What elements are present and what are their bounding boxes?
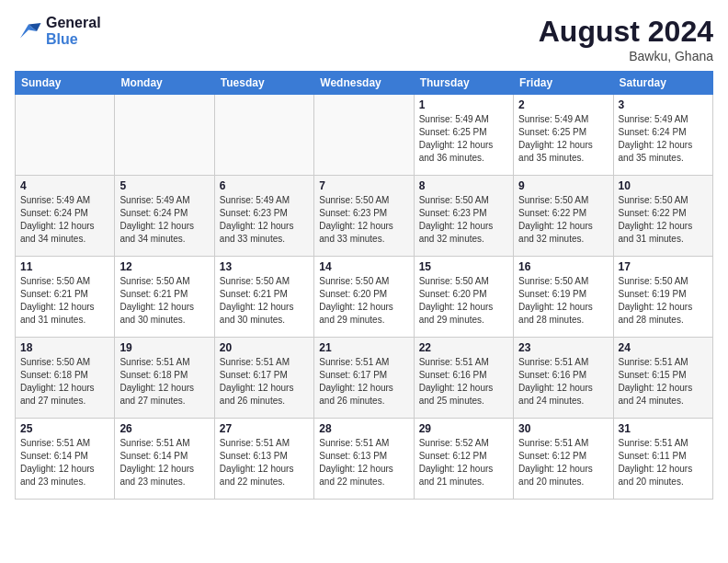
day-number: 11 bbox=[20, 260, 109, 273]
calendar-day-cell: 24Sunrise: 5:51 AM Sunset: 6:15 PM Dayli… bbox=[613, 338, 712, 419]
calendar-day-header: Saturday bbox=[613, 72, 712, 95]
day-info: Sunrise: 5:51 AM Sunset: 6:16 PM Dayligh… bbox=[518, 356, 608, 408]
day-number: 1 bbox=[419, 98, 508, 111]
calendar-day-cell: 23Sunrise: 5:51 AM Sunset: 6:16 PM Dayli… bbox=[514, 338, 613, 419]
calendar-day-cell: 26Sunrise: 5:51 AM Sunset: 6:14 PM Dayli… bbox=[115, 419, 214, 500]
day-number: 29 bbox=[419, 422, 508, 435]
day-info: Sunrise: 5:51 AM Sunset: 6:12 PM Dayligh… bbox=[518, 437, 608, 488]
day-number: 4 bbox=[20, 179, 109, 192]
calendar-day-cell: 6Sunrise: 5:49 AM Sunset: 6:23 PM Daylig… bbox=[214, 176, 313, 257]
calendar-table: SundayMondayTuesdayWednesdayThursdayFrid… bbox=[15, 71, 713, 500]
calendar-day-cell: 5Sunrise: 5:49 AM Sunset: 6:24 PM Daylig… bbox=[115, 176, 214, 257]
calendar-day-header: Sunday bbox=[16, 72, 115, 95]
page-header: General Blue August 2024 Bawku, Ghana bbox=[15, 15, 713, 63]
title-block: August 2024 Bawku, Ghana bbox=[539, 15, 713, 63]
calendar-day-cell: 4Sunrise: 5:49 AM Sunset: 6:24 PM Daylig… bbox=[16, 176, 115, 257]
day-number: 21 bbox=[319, 341, 408, 354]
calendar-week-row: 4Sunrise: 5:49 AM Sunset: 6:24 PM Daylig… bbox=[16, 176, 713, 257]
calendar-day-cell: 1Sunrise: 5:49 AM Sunset: 6:25 PM Daylig… bbox=[414, 95, 513, 176]
day-number: 14 bbox=[319, 260, 408, 273]
calendar-day-cell: 8Sunrise: 5:50 AM Sunset: 6:23 PM Daylig… bbox=[414, 176, 513, 257]
calendar-day-cell: 19Sunrise: 5:51 AM Sunset: 6:18 PM Dayli… bbox=[115, 338, 214, 419]
day-info: Sunrise: 5:51 AM Sunset: 6:13 PM Dayligh… bbox=[220, 437, 309, 488]
day-info: Sunrise: 5:49 AM Sunset: 6:24 PM Dayligh… bbox=[119, 194, 209, 246]
logo: General Blue bbox=[15, 15, 101, 48]
calendar-day-cell: 9Sunrise: 5:50 AM Sunset: 6:22 PM Daylig… bbox=[514, 176, 613, 257]
day-info: Sunrise: 5:50 AM Sunset: 6:19 PM Dayligh… bbox=[619, 275, 708, 327]
calendar-day-cell: 11Sunrise: 5:50 AM Sunset: 6:21 PM Dayli… bbox=[16, 257, 115, 338]
day-info: Sunrise: 5:49 AM Sunset: 6:24 PM Dayligh… bbox=[20, 194, 109, 246]
day-number: 20 bbox=[220, 341, 309, 354]
day-info: Sunrise: 5:50 AM Sunset: 6:21 PM Dayligh… bbox=[20, 275, 109, 327]
day-number: 8 bbox=[419, 179, 508, 192]
day-info: Sunrise: 5:50 AM Sunset: 6:19 PM Dayligh… bbox=[518, 275, 608, 327]
logo-icon bbox=[15, 17, 42, 45]
day-number: 9 bbox=[518, 179, 608, 192]
day-info: Sunrise: 5:49 AM Sunset: 6:25 PM Dayligh… bbox=[419, 113, 508, 165]
day-info: Sunrise: 5:50 AM Sunset: 6:21 PM Dayligh… bbox=[220, 275, 309, 327]
day-info: Sunrise: 5:50 AM Sunset: 6:20 PM Dayligh… bbox=[319, 275, 408, 327]
day-info: Sunrise: 5:51 AM Sunset: 6:17 PM Dayligh… bbox=[319, 356, 408, 408]
day-number: 17 bbox=[619, 260, 708, 273]
day-info: Sunrise: 5:52 AM Sunset: 6:12 PM Dayligh… bbox=[419, 437, 508, 488]
day-number: 10 bbox=[619, 179, 708, 192]
calendar-day-cell: 31Sunrise: 5:51 AM Sunset: 6:11 PM Dayli… bbox=[613, 419, 712, 500]
location-subtitle: Bawku, Ghana bbox=[539, 49, 713, 63]
calendar-day-header: Tuesday bbox=[214, 72, 313, 95]
calendar-day-cell bbox=[16, 95, 115, 176]
calendar-day-cell: 27Sunrise: 5:51 AM Sunset: 6:13 PM Dayli… bbox=[214, 419, 313, 500]
day-info: Sunrise: 5:49 AM Sunset: 6:25 PM Dayligh… bbox=[518, 113, 608, 165]
day-info: Sunrise: 5:50 AM Sunset: 6:18 PM Dayligh… bbox=[20, 356, 109, 408]
day-number: 23 bbox=[518, 341, 608, 354]
calendar-day-cell: 16Sunrise: 5:50 AM Sunset: 6:19 PM Dayli… bbox=[514, 257, 613, 338]
calendar-day-cell bbox=[314, 95, 414, 176]
day-info: Sunrise: 5:50 AM Sunset: 6:21 PM Dayligh… bbox=[119, 275, 209, 327]
day-number: 28 bbox=[319, 422, 408, 435]
day-info: Sunrise: 5:51 AM Sunset: 6:14 PM Dayligh… bbox=[20, 437, 109, 488]
day-number: 30 bbox=[518, 422, 608, 435]
day-number: 7 bbox=[319, 179, 408, 192]
calendar-day-header: Friday bbox=[514, 72, 613, 95]
calendar-day-header: Thursday bbox=[414, 72, 513, 95]
day-number: 3 bbox=[619, 98, 708, 111]
day-number: 19 bbox=[119, 341, 209, 354]
day-info: Sunrise: 5:50 AM Sunset: 6:22 PM Dayligh… bbox=[518, 194, 608, 246]
calendar-day-header: Monday bbox=[115, 72, 214, 95]
logo-text: General Blue bbox=[46, 15, 101, 48]
calendar-day-cell: 30Sunrise: 5:51 AM Sunset: 6:12 PM Dayli… bbox=[514, 419, 613, 500]
day-number: 2 bbox=[518, 98, 608, 111]
calendar-day-cell: 12Sunrise: 5:50 AM Sunset: 6:21 PM Dayli… bbox=[115, 257, 214, 338]
calendar-day-cell: 18Sunrise: 5:50 AM Sunset: 6:18 PM Dayli… bbox=[16, 338, 115, 419]
calendar-day-cell bbox=[214, 95, 313, 176]
day-info: Sunrise: 5:51 AM Sunset: 6:13 PM Dayligh… bbox=[319, 437, 408, 488]
calendar-week-row: 1Sunrise: 5:49 AM Sunset: 6:25 PM Daylig… bbox=[16, 95, 713, 176]
calendar-day-cell: 2Sunrise: 5:49 AM Sunset: 6:25 PM Daylig… bbox=[514, 95, 613, 176]
calendar-day-cell: 14Sunrise: 5:50 AM Sunset: 6:20 PM Dayli… bbox=[314, 257, 414, 338]
day-number: 6 bbox=[220, 179, 309, 192]
calendar-day-cell: 25Sunrise: 5:51 AM Sunset: 6:14 PM Dayli… bbox=[16, 419, 115, 500]
day-info: Sunrise: 5:50 AM Sunset: 6:23 PM Dayligh… bbox=[319, 194, 408, 246]
day-number: 15 bbox=[419, 260, 508, 273]
day-info: Sunrise: 5:51 AM Sunset: 6:14 PM Dayligh… bbox=[119, 437, 209, 488]
calendar-day-cell: 21Sunrise: 5:51 AM Sunset: 6:17 PM Dayli… bbox=[314, 338, 414, 419]
day-info: Sunrise: 5:49 AM Sunset: 6:24 PM Dayligh… bbox=[619, 113, 708, 165]
day-info: Sunrise: 5:51 AM Sunset: 6:11 PM Dayligh… bbox=[619, 437, 708, 488]
calendar-week-row: 11Sunrise: 5:50 AM Sunset: 6:21 PM Dayli… bbox=[16, 257, 713, 338]
day-info: Sunrise: 5:51 AM Sunset: 6:17 PM Dayligh… bbox=[220, 356, 309, 408]
day-info: Sunrise: 5:51 AM Sunset: 6:16 PM Dayligh… bbox=[419, 356, 508, 408]
calendar-day-cell: 15Sunrise: 5:50 AM Sunset: 6:20 PM Dayli… bbox=[414, 257, 513, 338]
calendar-day-cell: 17Sunrise: 5:50 AM Sunset: 6:19 PM Dayli… bbox=[613, 257, 712, 338]
day-info: Sunrise: 5:50 AM Sunset: 6:23 PM Dayligh… bbox=[419, 194, 508, 246]
calendar-day-cell: 29Sunrise: 5:52 AM Sunset: 6:12 PM Dayli… bbox=[414, 419, 513, 500]
calendar-day-cell: 28Sunrise: 5:51 AM Sunset: 6:13 PM Dayli… bbox=[314, 419, 414, 500]
calendar-day-cell bbox=[115, 95, 214, 176]
day-number: 26 bbox=[119, 422, 209, 435]
day-number: 18 bbox=[20, 341, 109, 354]
day-info: Sunrise: 5:51 AM Sunset: 6:18 PM Dayligh… bbox=[119, 356, 209, 408]
month-year-title: August 2024 bbox=[539, 15, 713, 49]
calendar-week-row: 25Sunrise: 5:51 AM Sunset: 6:14 PM Dayli… bbox=[16, 419, 713, 500]
day-number: 24 bbox=[619, 341, 708, 354]
day-number: 25 bbox=[20, 422, 109, 435]
calendar-header-row: SundayMondayTuesdayWednesdayThursdayFrid… bbox=[16, 72, 713, 95]
calendar-day-cell: 20Sunrise: 5:51 AM Sunset: 6:17 PM Dayli… bbox=[214, 338, 313, 419]
